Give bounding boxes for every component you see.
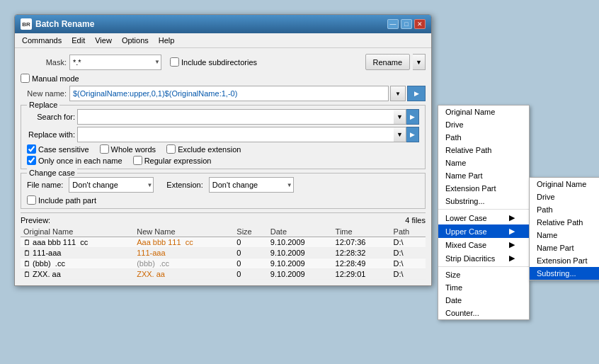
new-name-input[interactable] xyxy=(69,86,389,101)
menu-commands[interactable]: Commands xyxy=(18,35,66,46)
ctx-size[interactable]: Size xyxy=(438,268,529,281)
replace-dropdown-button[interactable]: ▼ xyxy=(394,127,406,142)
table-row[interactable]: 🗒 111-aaa 111-aaa 0 9.10.2009 12:28:32 D… xyxy=(21,248,426,258)
rename-button[interactable]: Rename xyxy=(365,54,411,70)
ctx-name-part-2[interactable]: Name Part xyxy=(530,241,599,254)
preview-label: Preview: xyxy=(21,216,50,224)
menu-bar: Commands Edit View Options Help xyxy=(15,33,431,48)
col-date: Date xyxy=(268,227,333,237)
ctx-date[interactable]: Date xyxy=(438,294,529,307)
ctx-strip-diacritics[interactable]: Strip Diacritics▶ xyxy=(438,251,529,265)
col-time: Time xyxy=(333,227,391,237)
ctx-time[interactable]: Time xyxy=(438,281,529,294)
search-input[interactable] xyxy=(77,109,419,125)
change-case-title: Change case xyxy=(27,169,77,177)
include-path-checkbox[interactable] xyxy=(27,195,36,205)
title-bar: BR Batch Rename — □ ✕ xyxy=(15,15,431,33)
filename-label: File name: xyxy=(27,181,63,189)
include-subdirs-label[interactable]: Include subdirectories xyxy=(170,57,257,67)
search-label: Search for: xyxy=(27,113,75,121)
replace-input[interactable] xyxy=(77,127,419,142)
ctx-extension-part-1[interactable]: Extension Part xyxy=(438,182,529,195)
ctx-drive-2[interactable]: Drive xyxy=(530,190,599,203)
menu-help[interactable]: Help xyxy=(154,35,179,46)
only-once-label[interactable]: Only once in each name xyxy=(27,156,122,165)
case-sensitive-checkbox[interactable] xyxy=(27,144,36,154)
ctx-relative-path-1[interactable]: Relative Path xyxy=(438,144,529,157)
manual-mode-label[interactable]: Manual mode xyxy=(21,74,426,83)
ctx-name-2[interactable]: Name xyxy=(530,229,599,241)
mask-label: Mask: xyxy=(21,58,67,67)
exclude-extension-label[interactable]: Exclude extension xyxy=(166,144,241,154)
close-button[interactable]: ✕ xyxy=(414,19,426,29)
new-name-browse-button[interactable]: ▼ xyxy=(390,86,406,101)
col-path: Path xyxy=(391,227,426,237)
whole-words-checkbox[interactable] xyxy=(100,144,109,154)
table-row[interactable]: 🗒 (bbb) .cc (bbb) .cc 0 9.10.2009 12:28:… xyxy=(21,258,426,269)
rename-dropdown-button[interactable]: ▼ xyxy=(413,54,426,70)
include-path-label[interactable]: Include path part xyxy=(27,195,419,205)
extension-case-select[interactable]: Don't change xyxy=(209,177,294,193)
maximize-button[interactable]: □ xyxy=(401,19,412,29)
ctx-lower-case[interactable]: Lower Case▶ xyxy=(438,211,529,224)
extension-label: Extension: xyxy=(166,181,202,189)
whole-words-label[interactable]: Whole words xyxy=(100,144,156,154)
ctx-name-1[interactable]: Name xyxy=(438,157,529,169)
replace-title: Replace xyxy=(27,101,59,109)
table-row[interactable]: 🗒 ZXX. aa ZXX. aa 0 9.10.2009 12:29:01 D… xyxy=(21,269,426,280)
ctx-separator-2 xyxy=(438,266,529,267)
ctx-mixed-case[interactable]: Mixed Case▶ xyxy=(438,238,529,251)
menu-view[interactable]: View xyxy=(91,35,116,46)
exclude-extension-checkbox[interactable] xyxy=(166,144,176,154)
col-new: New Name xyxy=(134,227,234,237)
ctx-upper-case[interactable]: Upper Case▶ xyxy=(438,224,529,238)
regular-expression-checkbox[interactable] xyxy=(133,156,142,165)
new-name-row: New name: ▼ ▶ xyxy=(21,86,426,101)
menu-options[interactable]: Options xyxy=(118,35,153,46)
ctx-path-1[interactable]: Path xyxy=(438,131,529,144)
change-case-section: Change case File name: Don't change ▼ Ex… xyxy=(21,173,426,209)
col-size: Size xyxy=(234,227,267,237)
ctx-substring-1[interactable]: Substring... xyxy=(438,195,529,207)
include-subdirs-checkbox[interactable] xyxy=(170,57,179,67)
context-menu-2: Original Name Drive Path Relative Path N… xyxy=(529,177,599,280)
preview-table: Original Name New Name Size Date Time Pa… xyxy=(21,227,426,280)
ctx-original-name-2[interactable]: Original Name xyxy=(530,178,599,190)
ctx-relative-path-2[interactable]: Relative Path xyxy=(530,216,599,229)
only-once-checkbox[interactable] xyxy=(27,156,36,165)
ctx-name-part-1[interactable]: Name Part xyxy=(438,169,529,182)
case-sensitive-label[interactable]: Case sensitive xyxy=(27,144,89,154)
regular-expression-label[interactable]: Regular expression xyxy=(133,156,212,165)
window-title: Batch Rename xyxy=(35,19,94,29)
ctx-drive-1[interactable]: Drive xyxy=(438,118,529,131)
new-name-label: New name: xyxy=(21,89,67,98)
ctx-original-name-1[interactable]: Original Name xyxy=(438,106,529,118)
replace-label: Replace with: xyxy=(27,130,75,139)
preview-count: 4 files xyxy=(405,216,426,224)
col-original: Original Name xyxy=(21,227,134,237)
main-window: BR Batch Rename — □ ✕ Commands Edit View… xyxy=(14,14,432,286)
ctx-extension-part-2[interactable]: Extension Part xyxy=(530,254,599,267)
mask-input[interactable] xyxy=(69,55,161,70)
menu-edit[interactable]: Edit xyxy=(67,35,89,46)
ctx-separator-1 xyxy=(438,209,529,210)
ctx-substring-2[interactable]: Substring... xyxy=(530,267,599,280)
ctx-counter[interactable]: Counter... xyxy=(438,307,529,319)
replace-section: Replace Search for: ▼ ▶ Replace with: xyxy=(21,105,426,169)
app-icon: BR xyxy=(21,18,32,30)
ctx-path-2[interactable]: Path xyxy=(530,203,599,216)
context-menu-1: Original Name Drive Path Relative Path N… xyxy=(438,105,530,320)
search-dropdown-button[interactable]: ▼ xyxy=(394,109,406,125)
replace-action-button[interactable]: ▶ xyxy=(406,127,419,142)
mask-row: Mask: ▼ Include subdirectories Rename ▼ xyxy=(21,54,426,70)
minimize-button[interactable]: — xyxy=(387,19,399,29)
preview-section: Preview: 4 files Original Name New Name … xyxy=(21,212,426,280)
manual-mode-checkbox[interactable] xyxy=(21,74,30,83)
search-action-button[interactable]: ▶ xyxy=(406,109,419,125)
new-name-action-button[interactable]: ▶ xyxy=(407,86,426,101)
filename-case-select[interactable]: Don't change xyxy=(69,177,154,193)
table-row[interactable]: 🗒 aaa bbb 111 cc Aaa bbb 111 cc 0 9.10.2… xyxy=(21,237,426,248)
